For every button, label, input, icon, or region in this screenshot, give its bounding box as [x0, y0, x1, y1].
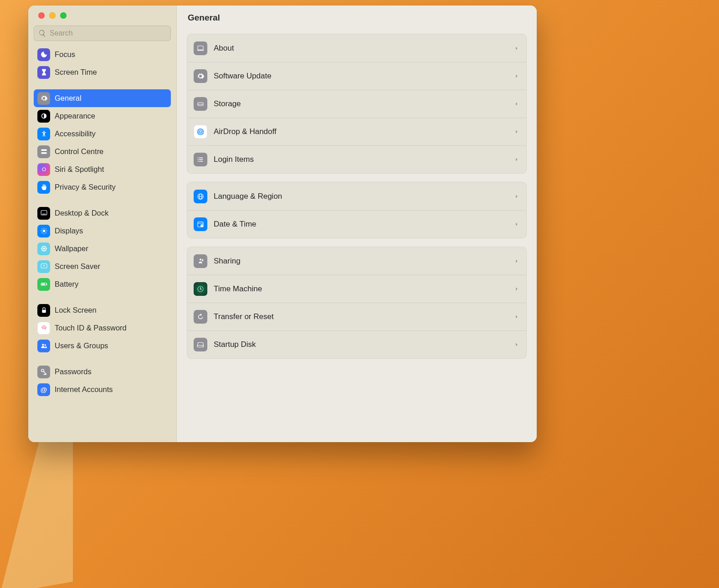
row-software-update[interactable]: Software Update: [187, 62, 526, 90]
row-time-machine[interactable]: Time Machine: [187, 275, 526, 303]
sidebar-item-control-centre[interactable]: Control Centre: [34, 143, 171, 160]
row-label: Startup Disk: [214, 340, 507, 349]
users-icon: [37, 340, 50, 352]
search-input[interactable]: [34, 26, 171, 41]
svg-point-32: [44, 344, 46, 346]
sidebar-item-label: Wallpaper: [55, 244, 88, 253]
sidebar-item-passwords[interactable]: Passwords: [34, 363, 171, 381]
close-button[interactable]: [38, 12, 45, 19]
sidebar-item-desktop-dock[interactable]: Desktop & Dock: [34, 204, 171, 222]
hand-icon: [37, 181, 50, 194]
sidebar-item-wallpaper[interactable]: Wallpaper: [34, 240, 171, 258]
settings-window: Focus Screen Time General Appearance Acc…: [28, 5, 537, 442]
chevron-right-icon: [514, 101, 520, 107]
sidebar-item-displays[interactable]: Displays: [34, 222, 171, 240]
sidebar-item-screen-time[interactable]: Screen Time: [34, 63, 171, 81]
row-airdrop-handoff[interactable]: AirDrop & Handoff: [187, 118, 526, 145]
sidebar-item-battery[interactable]: Battery: [34, 275, 171, 293]
search-field[interactable]: [34, 26, 171, 41]
row-startup-disk[interactable]: Startup Disk: [187, 330, 526, 358]
row-date-time[interactable]: Date & Time: [187, 210, 526, 238]
svg-rect-29: [41, 284, 45, 285]
svg-point-23: [41, 249, 43, 251]
chevron-right-icon: [514, 314, 520, 320]
chevron-right-icon: [514, 341, 520, 348]
svg-point-56: [202, 346, 203, 347]
sidebar-item-siri-spotlight[interactable]: Siri & Spotlight: [34, 160, 171, 178]
sidebar-item-lock-screen[interactable]: Lock Screen: [34, 301, 171, 319]
svg-point-19: [41, 248, 42, 249]
content-pane: General About Software Update Storage: [177, 5, 537, 442]
sidebar-item-screen-saver[interactable]: Screen Saver: [34, 258, 171, 275]
hard-drive-icon: [194, 338, 207, 351]
row-storage[interactable]: Storage: [187, 90, 526, 118]
sidebar-item-focus[interactable]: Focus: [34, 46, 171, 63]
svg-rect-34: [198, 46, 203, 49]
chevron-right-icon: [514, 258, 520, 264]
sidebar-item-users-groups[interactable]: Users & Groups: [34, 337, 171, 355]
sidebar-item-label: Screen Saver: [55, 262, 100, 271]
sidebar-item-label: Touch ID & Password: [55, 324, 127, 332]
chevron-right-icon: [514, 73, 520, 79]
sidebar-item-internet-accounts[interactable]: @ Internet Accounts: [34, 381, 171, 398]
sidebar-item-label: General: [55, 94, 82, 103]
svg-point-7: [42, 230, 45, 232]
sidebar-item-appearance[interactable]: Appearance: [34, 107, 171, 125]
svg-point-1: [43, 131, 45, 132]
sidebar-item-label: Internet Accounts: [55, 385, 113, 394]
zoom-button[interactable]: [60, 12, 67, 19]
hourglass-icon: [37, 66, 50, 79]
svg-line-12: [41, 229, 42, 229]
sidebar-item-label: Appearance: [55, 112, 95, 120]
flower-icon: [37, 242, 50, 255]
svg-rect-6: [42, 214, 46, 214]
window-controls: [28, 5, 176, 26]
svg-rect-35: [197, 50, 204, 51]
row-label: Storage: [214, 99, 507, 108]
svg-point-18: [43, 250, 44, 252]
svg-rect-3: [41, 152, 47, 154]
row-about[interactable]: About: [187, 34, 526, 62]
sidebar-item-label: Accessibility: [55, 129, 96, 138]
battery-icon: [37, 278, 50, 291]
time-machine-icon: [194, 282, 207, 296]
svg-point-4: [42, 168, 45, 171]
svg-point-46: [198, 161, 199, 162]
row-label: Transfer or Reset: [214, 312, 507, 321]
sidebar-item-general[interactable]: General: [34, 89, 171, 107]
sidebar-item-accessibility[interactable]: Accessibility: [34, 125, 171, 143]
sidebar-item-label: Screen Time: [55, 68, 97, 77]
sidebar-item-privacy-security[interactable]: Privacy & Security: [34, 178, 171, 196]
svg-rect-28: [46, 284, 47, 285]
row-login-items[interactable]: Login Items: [187, 145, 526, 173]
svg-point-44: [198, 157, 199, 158]
row-sharing[interactable]: Sharing: [187, 247, 526, 275]
svg-rect-2: [41, 150, 47, 151]
sidebar-item-label: Desktop & Dock: [55, 209, 108, 217]
search-icon: [38, 29, 46, 37]
row-language-region[interactable]: Language & Region: [187, 182, 526, 210]
svg-line-14: [41, 232, 42, 233]
row-label: Date & Time: [214, 220, 507, 229]
brightness-icon: [37, 225, 50, 237]
laptop-icon: [194, 41, 207, 55]
settings-group: Sharing Time Machine Transfer or Reset S…: [187, 247, 527, 359]
chevron-right-icon: [514, 286, 520, 292]
page-title: General: [177, 5, 537, 30]
settings-group: About Software Update Storage AirDrop & …: [187, 34, 527, 174]
lock-icon: [37, 304, 50, 317]
minimize-button[interactable]: [49, 12, 56, 19]
svg-line-15: [46, 229, 46, 229]
svg-point-26: [43, 265, 45, 267]
sharing-icon: [194, 254, 207, 268]
screensaver-icon: [37, 260, 50, 273]
row-label: Language & Region: [214, 192, 507, 201]
accessibility-icon: [37, 128, 50, 140]
sidebar-item-touch-id[interactable]: Touch ID & Password: [34, 319, 171, 337]
chevron-right-icon: [514, 129, 520, 135]
svg-point-17: [43, 246, 44, 247]
moon-icon: [37, 48, 50, 61]
chevron-right-icon: [514, 156, 520, 163]
row-transfer-reset[interactable]: Transfer or Reset: [187, 303, 526, 330]
content-body: About Software Update Storage AirDrop & …: [177, 30, 537, 442]
